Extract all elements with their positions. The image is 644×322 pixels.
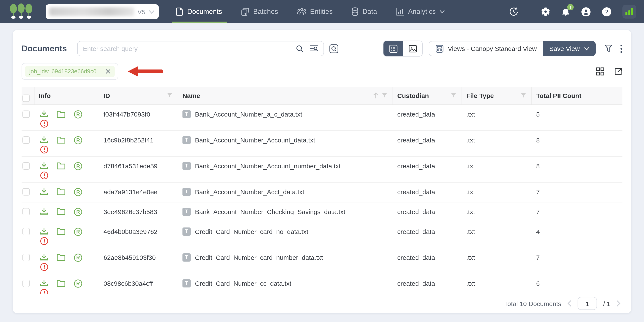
redact-icon[interactable]: R: [74, 136, 82, 144]
search-input[interactable]: [83, 45, 290, 52]
workspace-selector[interactable]: V5: [46, 4, 159, 19]
warning-icon[interactable]: [40, 263, 48, 271]
more-options-button[interactable]: [620, 44, 622, 53]
col-id[interactable]: ID: [99, 87, 178, 104]
table-row[interactable]: R 08c98c6b30a4cff T Credit_Card_Number_c…: [22, 274, 622, 294]
redact-icon[interactable]: R: [74, 188, 82, 196]
folder-icon[interactable]: [56, 227, 66, 235]
row-checkbox[interactable]: [22, 162, 30, 169]
id-cell[interactable]: ada7a9131e4e0ee: [99, 182, 178, 205]
name-cell[interactable]: T Bank_Account_Number_a_c_data.txt: [178, 105, 393, 130]
redact-icon[interactable]: R: [74, 253, 82, 262]
folder-icon[interactable]: [56, 279, 66, 287]
app-logo-icon[interactable]: [10, 4, 34, 20]
filter-funnel-icon[interactable]: [451, 93, 456, 99]
download-icon[interactable]: [40, 188, 48, 196]
name-cell[interactable]: T Bank_Account_Number_Acct_data.txt: [178, 182, 393, 205]
download-icon[interactable]: [40, 227, 48, 235]
col-file-type[interactable]: File Type: [462, 87, 532, 104]
filter-funnel-icon[interactable]: [167, 93, 172, 99]
name-cell[interactable]: T Credit_Card_Number_cc_data.txt: [178, 274, 393, 294]
id-cell[interactable]: 08c98c6b30a4cff: [99, 274, 178, 294]
list-view-button[interactable]: [384, 41, 403, 56]
id-cell[interactable]: f03ff447b7093f0: [99, 105, 178, 130]
column-layout-button[interactable]: [596, 67, 604, 76]
row-checkbox[interactable]: [22, 188, 30, 195]
row-checkbox[interactable]: [22, 279, 30, 287]
id-cell[interactable]: d78461a531ede59: [99, 156, 178, 182]
views-dropdown-button[interactable]: Views - Canopy Standard View: [429, 41, 543, 56]
job-id-filter-chip[interactable]: job_ids:"6941823e66d9c0...: [25, 66, 115, 77]
help-button[interactable]: [602, 7, 612, 17]
name-cell[interactable]: T Bank_Account_Number_Checking_Savings_d…: [178, 202, 393, 225]
next-page-button[interactable]: [616, 300, 621, 307]
id-cell[interactable]: 46d4b0b0a3e9762: [99, 222, 178, 247]
folder-icon[interactable]: [56, 162, 66, 169]
tab-data[interactable]: Data: [352, 0, 377, 23]
row-checkbox[interactable]: [22, 110, 30, 118]
search-icon[interactable]: [296, 45, 304, 53]
download-icon[interactable]: [40, 110, 48, 118]
redact-icon[interactable]: R: [74, 227, 82, 236]
folder-icon[interactable]: [56, 188, 66, 195]
saved-search-icon[interactable]: [329, 44, 339, 53]
query-builder-icon[interactable]: [310, 45, 318, 53]
thumbnail-view-button[interactable]: [403, 41, 422, 56]
col-custodian[interactable]: Custodian: [393, 87, 462, 104]
warning-icon[interactable]: [40, 119, 48, 128]
name-cell[interactable]: T Bank_Account_Number_Account_number_dat…: [178, 156, 393, 182]
settings-button[interactable]: [541, 7, 550, 17]
filter-button[interactable]: [604, 45, 612, 53]
name-cell[interactable]: T Credit_Card_Number_card_no_data.txt: [178, 222, 393, 247]
history-button[interactable]: [508, 7, 519, 17]
warning-icon[interactable]: [40, 237, 48, 245]
filter-funnel-icon[interactable]: [382, 93, 387, 99]
col-total-pii-count[interactable]: Total PII Count: [532, 87, 622, 104]
redact-icon[interactable]: R: [74, 207, 82, 216]
select-all-checkbox[interactable]: [22, 95, 30, 102]
id-cell[interactable]: 3ee49626c37b583: [99, 202, 178, 225]
table-row[interactable]: R 62ae8b459103f30 T Credit_Card_Number_c…: [22, 248, 622, 274]
folder-icon[interactable]: [56, 110, 66, 118]
row-checkbox[interactable]: [22, 228, 30, 235]
tab-entities[interactable]: Entities: [297, 0, 332, 23]
download-icon[interactable]: [40, 279, 48, 287]
save-view-button[interactable]: Save View: [543, 41, 596, 56]
table-row[interactable]: R 46d4b0b0a3e9762 T Credit_Card_Number_c…: [22, 222, 622, 248]
download-icon[interactable]: [40, 253, 48, 261]
name-cell[interactable]: T Bank_Account_Number_Account_data.txt: [178, 131, 393, 156]
folder-icon[interactable]: [56, 207, 66, 215]
table-row[interactable]: R 3ee49626c37b583 T Bank_Account_Number_…: [22, 202, 622, 222]
account-button[interactable]: [581, 7, 591, 17]
notifications-button[interactable]: 1: [561, 7, 570, 17]
table-row[interactable]: R 16c9b2f8b252f41 T Bank_Account_Number_…: [22, 131, 622, 156]
warning-icon[interactable]: [40, 145, 48, 153]
folder-icon[interactable]: [56, 253, 66, 261]
redact-icon[interactable]: R: [74, 110, 82, 119]
row-checkbox[interactable]: [22, 254, 30, 261]
id-cell[interactable]: 16c9b2f8b252f41: [99, 131, 178, 156]
folder-icon[interactable]: [56, 136, 66, 144]
download-icon[interactable]: [40, 207, 48, 216]
tab-documents[interactable]: Documents: [176, 0, 222, 23]
row-checkbox[interactable]: [22, 136, 30, 144]
tab-analytics[interactable]: Analytics: [396, 0, 445, 23]
row-checkbox[interactable]: [22, 208, 30, 215]
tab-batches[interactable]: Batches: [241, 0, 278, 23]
table-row[interactable]: R f03ff447b7093f0 T Bank_Account_Number_…: [22, 105, 622, 131]
redact-icon[interactable]: R: [74, 279, 82, 288]
redact-icon[interactable]: R: [74, 162, 82, 170]
name-cell[interactable]: T Credit_Card_Number_card_number_data.tx…: [178, 248, 393, 273]
table-row[interactable]: R d78461a531ede59 T Bank_Account_Number_…: [22, 156, 622, 182]
chip-close-icon[interactable]: [106, 69, 110, 74]
filter-funnel-icon[interactable]: [521, 93, 526, 99]
warning-icon[interactable]: [40, 171, 48, 179]
warning-icon[interactable]: [40, 288, 48, 294]
download-icon[interactable]: [40, 136, 48, 144]
download-icon[interactable]: [40, 162, 48, 170]
insights-tile-button[interactable]: [622, 5, 636, 19]
export-button[interactable]: [614, 67, 622, 76]
id-cell[interactable]: 62ae8b459103f30: [99, 248, 178, 273]
col-name[interactable]: Name: [178, 87, 393, 104]
page-number-input[interactable]: 1: [578, 297, 597, 310]
